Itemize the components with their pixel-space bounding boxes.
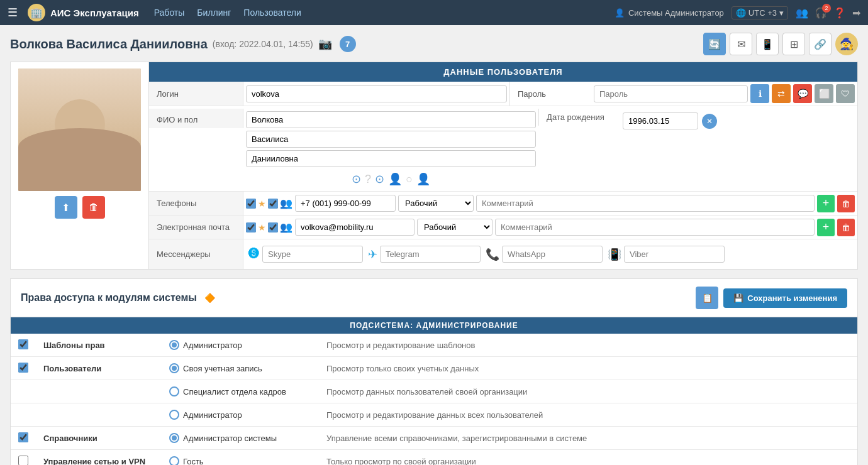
password-shield-button[interactable]: 🛡	[836, 84, 855, 103]
logo: 🏢 АИС Эксплуатация	[28, 4, 139, 21]
email-type-select[interactable]: Рабочий	[417, 219, 492, 236]
module-check-cell	[11, 357, 36, 380]
email-input[interactable]	[295, 219, 415, 236]
email-checkbox-2[interactable]	[268, 222, 278, 232]
phone-checkbox-1[interactable]	[246, 199, 256, 209]
radio-icon	[169, 410, 179, 420]
phones-content: ★ 👥 Рабочий + 🗑	[243, 192, 857, 215]
role-option[interactable]: Специалист отдела кадров	[169, 385, 311, 398]
radio-icon	[169, 340, 179, 350]
email-delete-button[interactable]: 🗑	[837, 219, 855, 236]
timezone-selector[interactable]: 🌐 UTC +3 ▾	[732, 6, 788, 19]
lastname-input[interactable]	[246, 111, 536, 128]
telegram-input[interactable]	[380, 246, 481, 263]
module-checkbox-users[interactable]	[18, 363, 28, 373]
module-checkbox-vpn[interactable]	[18, 456, 28, 466]
email-add-button[interactable]: +	[817, 219, 835, 236]
email-person-icon[interactable]: 👥	[280, 221, 292, 233]
role-option[interactable]: Своя учетная запись	[169, 362, 311, 375]
fio-label: ФИО и пол	[149, 109, 243, 128]
forward-icon[interactable]: ➡	[852, 7, 860, 19]
firstname-input[interactable]	[246, 131, 536, 148]
phone-delete-button[interactable]: 🗑	[837, 195, 855, 212]
gender-person-icon[interactable]: 👤	[388, 172, 402, 186]
phone-person-icon[interactable]: 👥	[280, 197, 292, 209]
phone-checkbox-2[interactable]	[268, 199, 278, 209]
module-checkbox-templates[interactable]	[18, 339, 28, 349]
save-button[interactable]: 💾 Сохранить изменения	[723, 288, 847, 308]
phone-star-icon[interactable]: ★	[258, 199, 266, 209]
header-actions: 🔄 ✉ 📱 ⊞ 🔗 🧙	[703, 33, 858, 55]
phone-add-button[interactable]: +	[817, 195, 835, 212]
gender-circle-3-icon[interactable]: ○	[406, 173, 413, 186]
module-roles-vpn: Гость	[162, 450, 319, 466]
module-checkbox-directories[interactable]	[18, 432, 28, 442]
email-star-icon[interactable]: ★	[258, 222, 266, 232]
delete-photo-button[interactable]: 🗑	[82, 196, 105, 219]
main-content: Волкова Василиса Данииловна (вход: 2022.…	[0, 25, 868, 465]
phone-comment-input[interactable]	[476, 195, 815, 212]
birthdate-input[interactable]	[623, 112, 698, 129]
notifications-icon[interactable]: 🎧 2	[815, 7, 827, 19]
table-row: Специалист отдела кадров Просмотр данных…	[11, 380, 857, 403]
empty-check-cell-2	[11, 403, 36, 427]
password-info-button[interactable]: ℹ	[750, 84, 769, 103]
role-option[interactable]: Гость	[169, 455, 311, 465]
password-sms-button[interactable]: 💬	[793, 84, 812, 103]
hamburger-icon[interactable]: ☰	[8, 6, 18, 19]
save-label: Сохранить изменения	[747, 293, 837, 303]
grid-button[interactable]: ⊞	[782, 33, 805, 55]
add-user-icon[interactable]: 👥	[796, 7, 808, 19]
email-button[interactable]: ✉	[730, 33, 752, 55]
email-row: Электронная почта ★ 👥 Рабочий + 🗑	[149, 216, 857, 239]
messengers-list: 🅢 ✈ 📞 📳	[246, 242, 727, 266]
menu-item-works[interactable]: Работы	[154, 8, 185, 18]
access-expand-icon[interactable]: 🔶	[204, 293, 215, 303]
module-desc-templates: Просмотр и редактирование шаблонов	[319, 334, 857, 357]
menu-item-users[interactable]: Пользователи	[243, 8, 301, 18]
module-desc-users-3: Просмотр и редактирование данных всех по…	[319, 403, 857, 427]
viber-input[interactable]	[624, 246, 725, 263]
table-row: Справочники Администратор системы Управл…	[11, 427, 857, 450]
table-row: Пользователи Своя учетная запись Просмот…	[11, 357, 857, 380]
role-option[interactable]: Администратор	[169, 408, 311, 421]
password-input[interactable]	[594, 85, 748, 102]
whatsapp-input[interactable]	[502, 246, 603, 263]
birthdate-clear-button[interactable]: ✕	[702, 114, 717, 129]
login-input[interactable]	[246, 85, 507, 102]
globe-icon: 🌐	[736, 8, 746, 18]
save-icon: 💾	[733, 293, 743, 303]
gender-question-icon[interactable]: ?	[365, 173, 371, 186]
upload-photo-button[interactable]: ⬆	[55, 196, 77, 219]
role-option[interactable]: Администратор системы	[169, 432, 311, 444]
email-comment-input[interactable]	[495, 219, 815, 236]
phones-label: Телефоны	[149, 192, 243, 215]
phone-type-select[interactable]: Рабочий	[398, 195, 474, 212]
skype-input[interactable]	[262, 246, 363, 263]
empty-module-cell-2	[36, 403, 162, 427]
login-time: (вход: 2022.04.01, 14:55)	[213, 39, 313, 49]
phone-input[interactable]	[295, 195, 396, 212]
copy-rights-button[interactable]: 📋	[696, 287, 718, 309]
password-shuffle-button[interactable]: ⇄	[772, 84, 791, 103]
role-option[interactable]: Администратор	[169, 339, 311, 351]
topnav: ☰ 🏢 АИС Эксплуатация Работы Биллинг Поль…	[0, 0, 868, 25]
gender-person-2-icon[interactable]: 👤	[416, 172, 430, 186]
password-copy-button[interactable]: ⬜	[815, 84, 833, 103]
email-checkbox-1[interactable]	[246, 222, 256, 232]
gender-circle-1-icon[interactable]: ⊙	[352, 172, 361, 186]
character-help-button[interactable]: 🧙	[835, 33, 858, 55]
access-section: Права доступа к модулям системы 🔶 📋 💾 Со…	[10, 278, 858, 465]
gender-circle-2-icon[interactable]: ⊙	[375, 172, 384, 186]
link-button[interactable]: 🔗	[809, 33, 832, 55]
middlename-input[interactable]	[246, 150, 536, 167]
help-icon[interactable]: ❓	[833, 7, 846, 19]
password-content: ℹ ⇄ 💬 ⬜ 🛡	[591, 82, 857, 106]
module-check-cell	[11, 427, 36, 450]
notifications-badge: 2	[822, 4, 831, 13]
menu-item-billing[interactable]: Биллинг	[197, 8, 231, 18]
refresh-button[interactable]: 🔄	[703, 33, 726, 55]
module-roles-users-2: Специалист отдела кадров	[162, 380, 319, 403]
access-header: Права доступа к модулям системы 🔶 📋 💾 Со…	[11, 279, 857, 317]
sms-button[interactable]: 📱	[756, 33, 779, 55]
